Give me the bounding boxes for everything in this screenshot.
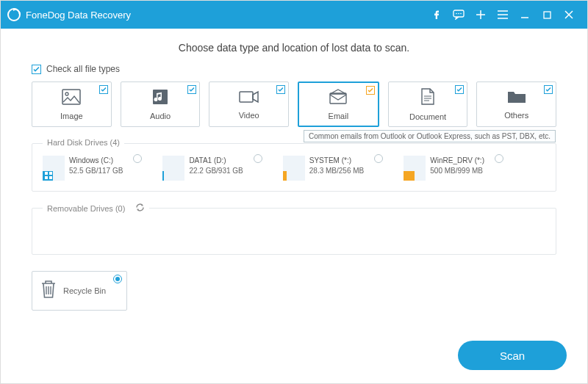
type-card-others[interactable]: Others [476, 81, 556, 127]
image-icon [62, 89, 81, 108]
drive-size: 52.5 GB/117 GB [69, 166, 123, 176]
svg-rect-17 [49, 176, 52, 179]
svg-rect-9 [153, 90, 168, 104]
type-label: Others [504, 111, 528, 120]
facebook-icon[interactable] [426, 1, 448, 29]
svg-point-5 [460, 13, 462, 15]
drive-radio[interactable] [374, 154, 383, 163]
type-card-image[interactable]: Image [32, 81, 112, 127]
svg-rect-11 [330, 93, 346, 104]
add-icon[interactable] [470, 1, 492, 29]
drive-name: WinRE_DRV (*:) [430, 156, 484, 166]
drive-icon [283, 156, 305, 181]
email-icon [329, 89, 348, 108]
drive-icon [43, 156, 65, 181]
close-button[interactable] [558, 1, 580, 29]
svg-rect-12 [508, 94, 526, 103]
refresh-icon[interactable] [135, 203, 145, 214]
app-title: FoneDog Data Recovery [26, 10, 131, 21]
drive-size: 22.2 GB/931 GB [189, 166, 243, 176]
svg-rect-7 [62, 90, 80, 104]
drive-icon [404, 156, 426, 181]
app-logo-icon [7, 7, 21, 22]
svg-rect-16 [45, 176, 48, 179]
svg-point-3 [456, 13, 457, 15]
type-card-document[interactable]: Document [388, 81, 468, 127]
check-all-file-types[interactable]: Check all file types [32, 64, 556, 74]
removable-group: Removable Drives (0) [32, 208, 556, 255]
drive-item[interactable]: SYSTEM (*:)28.3 MB/256 MB [283, 156, 364, 181]
folder-icon [507, 90, 526, 107]
drive-name: SYSTEM (*:) [309, 156, 364, 166]
drive-radio[interactable] [254, 154, 262, 163]
svg-rect-14 [45, 172, 48, 175]
type-checkbox[interactable] [99, 85, 108, 94]
audio-icon [151, 89, 169, 108]
file-type-grid: Image Audio Video Email Document [32, 81, 556, 127]
drive-radio[interactable] [133, 154, 142, 163]
drive-size: 28.3 MB/256 MB [309, 166, 364, 176]
drive-item[interactable]: WinRE_DRV (*:)500 MB/999 MB [404, 156, 484, 181]
type-checkbox[interactable] [544, 85, 553, 94]
type-label: Email [329, 112, 349, 120]
type-checkbox[interactable] [366, 86, 375, 95]
removable-legend: Removable Drives (0) [43, 203, 149, 214]
page-heading: Choose data type and location of lost da… [32, 42, 556, 54]
drive-icon [162, 156, 184, 181]
minimize-button[interactable] [514, 1, 536, 29]
maximize-button[interactable] [536, 1, 558, 29]
drive-radio[interactable] [495, 154, 503, 163]
recycle-bin-option[interactable]: Recycle Bin [32, 271, 127, 311]
type-label: Image [60, 112, 83, 120]
menu-icon[interactable] [492, 1, 514, 29]
email-tooltip: Common emails from Outlook or Outlook Ex… [304, 130, 556, 142]
hard-disk-legend: Hard Disk Drives (4) [43, 138, 124, 147]
svg-point-4 [458, 13, 459, 15]
feedback-icon[interactable] [448, 1, 470, 29]
type-label: Audio [150, 112, 171, 120]
hard-disk-group: Hard Disk Drives (4) Windows (C:)52.5 GB… [32, 143, 556, 192]
svg-rect-6 [544, 12, 551, 18]
drive-name: Windows (C:) [69, 156, 123, 166]
type-checkbox[interactable] [276, 85, 285, 94]
drive-item[interactable]: Windows (C:)52.5 GB/117 GB [43, 156, 123, 181]
document-icon [420, 88, 435, 109]
video-icon [239, 90, 259, 107]
type-card-video[interactable]: Video [209, 81, 289, 127]
type-checkbox[interactable] [187, 85, 196, 94]
type-card-audio[interactable]: Audio [121, 81, 201, 127]
check-all-checkbox[interactable] [32, 65, 41, 74]
check-all-label: Check all file types [46, 64, 120, 74]
svg-point-8 [65, 93, 68, 95]
type-label: Document [409, 112, 446, 121]
drive-name: DATA1 (D:) [189, 156, 243, 166]
type-label: Video [239, 111, 259, 120]
type-checkbox[interactable] [455, 85, 464, 94]
type-card-email[interactable]: Email [298, 81, 379, 127]
recycle-radio[interactable] [113, 275, 122, 283]
drive-size: 500 MB/999 MB [430, 166, 484, 176]
recycle-label: Recycle Bin [63, 286, 106, 295]
trash-icon [40, 279, 57, 303]
svg-rect-10 [240, 92, 253, 102]
scan-button[interactable]: Scan [458, 341, 567, 370]
title-bar: FoneDog Data Recovery [1, 1, 587, 29]
drive-item[interactable]: DATA1 (D:)22.2 GB/931 GB [162, 156, 243, 181]
svg-rect-15 [49, 172, 52, 175]
